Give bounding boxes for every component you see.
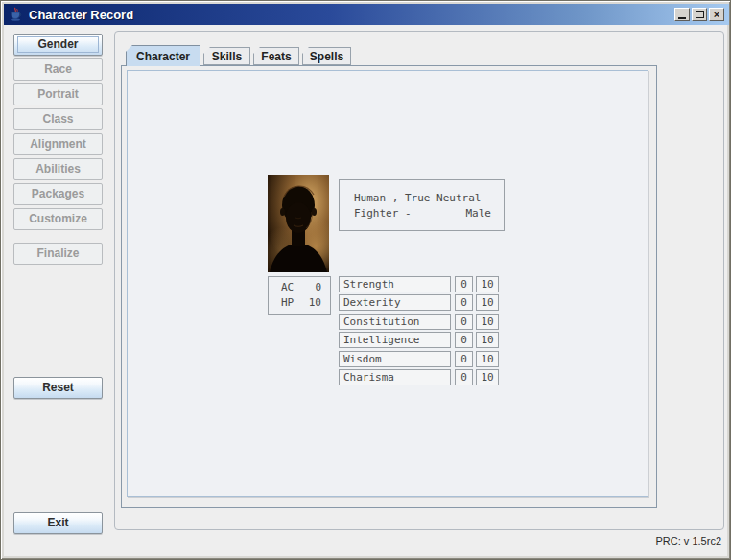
close-button[interactable]: ×	[709, 8, 724, 21]
sidebar-button-reset[interactable]: Reset	[13, 377, 103, 399]
ability-score-dexterity: 10	[476, 294, 499, 311]
window-controls: ×	[674, 8, 724, 21]
hp-label: HP	[281, 295, 304, 311]
ability-mod-charisma: 0	[455, 369, 473, 385]
window-title: Character Record	[29, 8, 133, 22]
ability-name-strength: Strength	[339, 276, 451, 292]
ability-name-constitution: Constitution	[339, 314, 451, 330]
sidebar-button-abilities: Abilities	[13, 158, 103, 180]
sidebar-button-exit[interactable]: Exit	[13, 512, 103, 534]
footer-version: PRC: v 1.5rc2	[656, 535, 721, 547]
hp-row: HP10	[281, 295, 330, 311]
ability-name-wisdom: Wisdom	[339, 351, 451, 367]
tab-character[interactable]: Character	[126, 45, 200, 66]
ability-score-wisdom: 10	[476, 351, 499, 367]
titlebar[interactable]: Character Record ×	[4, 4, 729, 25]
sidebar-button-finalize: Finalize	[13, 243, 103, 265]
tab-feats[interactable]: Feats	[253, 47, 299, 65]
minimize-icon	[678, 17, 686, 19]
tab-spells[interactable]: Spells	[302, 47, 351, 65]
app-window: Character Record × GenderRacePortraitCla…	[0, 0, 731, 560]
sidebar-button-portrait: Portrait	[13, 83, 103, 105]
race-alignment-text: Human , True Neutral	[354, 191, 481, 206]
tab-skills[interactable]: Skills	[203, 47, 250, 65]
portrait-image	[268, 175, 329, 272]
ability-score-strength: 10	[476, 276, 499, 292]
summary-line-2: Fighter - Male	[354, 206, 491, 222]
ac-value: 0	[304, 280, 321, 295]
sidebar-button-gender[interactable]: Gender	[13, 34, 103, 56]
ability-score-charisma: 10	[476, 369, 499, 385]
ability-mod-strength: 0	[455, 276, 473, 292]
sidebar-button-alignment: Alignment	[13, 133, 103, 155]
gender-text: Male	[466, 206, 492, 222]
vitals-box: AC0HP10	[268, 276, 331, 315]
ability-name-charisma: Charisma	[339, 369, 451, 385]
ability-score-intelligence: 10	[476, 332, 499, 348]
sidebar-button-class: Class	[13, 108, 103, 130]
sidebar-button-race: Race	[13, 58, 103, 81]
summary-box: Human , True Neutral Fighter - Male	[339, 179, 505, 231]
ability-name-intelligence: Intelligence	[339, 332, 451, 348]
ability-mod-intelligence: 0	[455, 332, 473, 348]
ability-mod-constitution: 0	[455, 314, 473, 330]
ac-row: AC0	[281, 280, 330, 295]
sidebar-button-customize: Customize	[13, 208, 103, 230]
hp-value: 10	[304, 295, 321, 311]
ability-score-constitution: 10	[476, 314, 499, 330]
minimize-button[interactable]	[674, 8, 690, 21]
sidebar-button-packages: Packages	[13, 183, 103, 205]
summary-line-1: Human , True Neutral	[354, 191, 491, 206]
class-text: Fighter -	[354, 206, 412, 222]
close-icon: ×	[714, 9, 719, 20]
maximize-icon	[696, 11, 704, 18]
java-coffee-icon	[8, 7, 23, 22]
ability-name-dexterity: Dexterity	[339, 294, 451, 311]
ac-label: AC	[281, 280, 304, 295]
ability-mod-dexterity: 0	[455, 294, 473, 311]
maximize-button[interactable]	[692, 8, 707, 21]
ability-mod-wisdom: 0	[455, 351, 473, 367]
